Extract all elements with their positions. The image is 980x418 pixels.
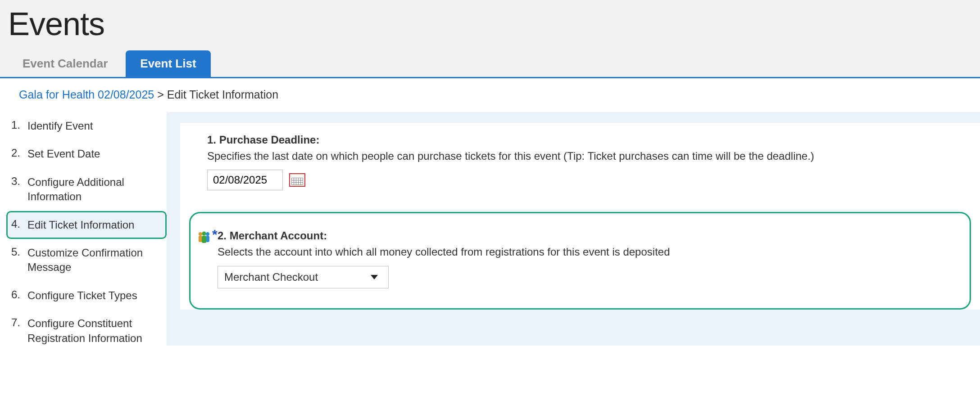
section-description: Selects the account into which all money… (218, 245, 957, 259)
calendar-icon[interactable] (289, 173, 305, 187)
section-title: 2. Merchant Account: (218, 229, 957, 242)
tabs: Event Calendar Event List (0, 50, 980, 78)
form-wrap: 1. Purchase Deadline: Specifies the last… (167, 112, 980, 346)
sidebar-item-configure-additional-info[interactable]: 3. Configure Additional Information (6, 168, 167, 211)
section-merchant-account: * 2. Merchant Account: Selects the accou… (189, 212, 971, 309)
section-purchase-deadline: 1. Purchase Deadline: Specifies the last… (180, 134, 980, 203)
step-label: Edit Ticket Information (27, 218, 160, 232)
breadcrumb-separator: > (154, 88, 167, 101)
breadcrumb-link[interactable]: Gala for Health 02/08/2025 (19, 88, 154, 101)
section-title: 1. Purchase Deadline: (207, 134, 967, 146)
purchase-deadline-input[interactable] (207, 170, 283, 190)
page-title: Events (0, 0, 980, 50)
step-label: Configure Constituent Registration Infor… (27, 316, 160, 346)
step-number: 6. (9, 288, 20, 301)
step-number: 2. (9, 147, 20, 159)
svg-point-2 (206, 232, 209, 236)
sidebar-item-identify-event[interactable]: 1. Identify Event (6, 112, 167, 140)
step-number: 7. (9, 316, 20, 329)
tab-event-list[interactable]: Event List (126, 50, 210, 77)
svg-rect-1 (199, 236, 202, 242)
sidebar-item-edit-ticket-info[interactable]: 4. Edit Ticket Information (6, 211, 167, 239)
svg-point-4 (202, 232, 206, 236)
tab-event-calendar[interactable]: Event Calendar (8, 50, 122, 77)
svg-rect-5 (202, 236, 206, 243)
step-number: 1. (9, 119, 20, 131)
sidebar-item-configure-constituent-reg[interactable]: 7. Configure Constituent Registration In… (6, 310, 167, 352)
sidebar-item-customize-confirmation[interactable]: 5. Customize Confirmation Message (6, 239, 167, 282)
breadcrumb-current: Edit Ticket Information (167, 88, 278, 101)
wizard-sidebar: 1. Identify Event 2. Set Event Date 3. C… (0, 112, 167, 352)
merchant-account-select[interactable]: Merchant Checkout (218, 266, 389, 288)
step-label: Set Event Date (27, 147, 160, 161)
people-icon (197, 230, 211, 245)
step-number: 4. (9, 218, 20, 230)
step-label: Customize Confirmation Message (27, 246, 160, 275)
step-label: Identify Event (27, 119, 160, 133)
breadcrumb: Gala for Health 02/08/2025 > Edit Ticket… (0, 87, 980, 112)
form-inner: 1. Purchase Deadline: Specifies the last… (180, 123, 980, 310)
step-label: Configure Ticket Types (27, 288, 160, 303)
required-asterisk: * (212, 227, 218, 242)
content-area: Gala for Health 02/08/2025 > Edit Ticket… (0, 78, 980, 418)
step-number: 3. (9, 175, 20, 188)
svg-point-0 (199, 232, 202, 236)
sidebar-item-configure-ticket-types[interactable]: 6. Configure Ticket Types (6, 282, 167, 310)
svg-rect-3 (206, 236, 209, 242)
section-description: Specifies the last date on which people … (207, 149, 967, 163)
step-label: Configure Additional Information (27, 175, 160, 204)
step-number: 5. (9, 246, 20, 258)
sidebar-item-set-event-date[interactable]: 2. Set Event Date (6, 140, 167, 168)
